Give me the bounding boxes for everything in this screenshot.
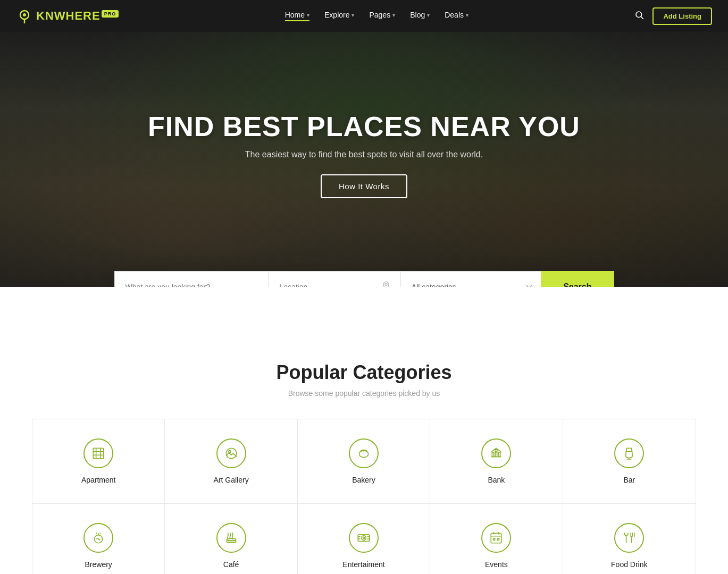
art-gallery-icon <box>216 438 246 468</box>
svg-point-30 <box>363 537 364 538</box>
svg-point-10 <box>226 448 237 459</box>
location-pin-icon <box>382 281 390 287</box>
categories-grid: Apartment Art Gallery Bakery Bank <box>32 419 696 574</box>
hero-title: FIND BEST PLACES NEAR YOU <box>148 111 580 142</box>
category-label-food-drink: Food Drink <box>611 560 647 569</box>
food-drink-icon <box>614 523 644 553</box>
logo-text: KNWHEREPRO <box>36 9 119 23</box>
search-category-select[interactable]: All categories Apartment Art Gallery Bak… <box>400 271 541 287</box>
nav-item-pages[interactable]: Pages▾ <box>369 11 395 21</box>
hero-subtitle: The easiest way to find the best spots t… <box>148 150 580 159</box>
add-listing-button[interactable]: Add Listing <box>652 7 712 25</box>
category-label-bakery: Bakery <box>352 476 375 484</box>
category-label-bar: Bar <box>623 476 635 484</box>
bar-icon <box>614 438 644 468</box>
popular-categories-section: Popular Categories Browse some popular c… <box>0 330 728 574</box>
category-label-apartment: Apartment <box>81 476 116 484</box>
category-entertainment[interactable]: Entertaiment <box>298 504 430 574</box>
category-label-cafe: Café <box>223 560 239 569</box>
header-right: Add Listing <box>634 7 712 25</box>
apartment-icon <box>83 438 113 468</box>
svg-line-3 <box>641 16 643 19</box>
svg-point-27 <box>227 538 236 541</box>
svg-rect-5 <box>93 448 104 459</box>
svg-point-29 <box>362 536 366 541</box>
category-label-events: Events <box>485 560 508 569</box>
category-apartment[interactable]: Apartment <box>32 419 165 504</box>
cafe-icon <box>216 523 246 553</box>
logo-pro-badge: PRO <box>102 10 119 18</box>
category-food-drink[interactable]: Food Drink <box>563 504 696 574</box>
category-label-brewery: Brewery <box>85 560 112 569</box>
category-label-art-gallery: Art Gallery <box>214 476 249 484</box>
search-button[interactable]: Search <box>541 271 614 287</box>
header-search-icon[interactable] <box>634 10 644 22</box>
nav-item-home[interactable]: Home▾ <box>285 11 309 21</box>
category-bank[interactable]: Bank <box>430 419 563 504</box>
svg-point-1 <box>23 13 26 16</box>
header: KNWHEREPRO Home▾ Explore▾ Pages▾ Blog▾ D… <box>0 0 728 32</box>
category-cafe[interactable]: Café <box>165 504 297 574</box>
search-location-input[interactable] <box>279 283 378 287</box>
svg-rect-16 <box>499 452 500 457</box>
svg-rect-39 <box>493 538 495 540</box>
nav-item-explore[interactable]: Explore▾ <box>324 11 354 21</box>
popular-categories-subtitle: Browse some popular categories picked by… <box>32 389 696 398</box>
category-label-entertainment: Entertaiment <box>342 560 384 569</box>
svg-point-18 <box>495 449 497 451</box>
svg-rect-40 <box>498 538 499 540</box>
hero-section: FIND BEST PLACES NEAR YOU The easiest wa… <box>0 32 728 287</box>
entertainment-icon <box>349 523 379 553</box>
category-art-gallery[interactable]: Art Gallery <box>165 419 297 504</box>
brewery-icon <box>83 523 113 553</box>
search-location-wrapper <box>268 271 400 287</box>
main-nav: Home▾ Explore▾ Pages▾ Blog▾ Deals▾ <box>285 11 468 21</box>
events-icon <box>481 523 511 553</box>
category-bar[interactable]: Bar <box>563 419 696 504</box>
category-label-bank: Bank <box>488 476 505 484</box>
nav-item-blog[interactable]: Blog▾ <box>410 11 430 21</box>
popular-categories-title: Popular Categories <box>32 361 696 384</box>
bank-icon <box>481 438 511 468</box>
logo-icon <box>16 7 33 24</box>
svg-point-4 <box>385 283 387 285</box>
svg-rect-15 <box>496 452 497 457</box>
svg-rect-14 <box>492 452 494 457</box>
logo[interactable]: KNWHEREPRO <box>16 7 119 24</box>
hero-content: FIND BEST PLACES NEAR YOU The easiest wa… <box>137 111 591 198</box>
category-bakery[interactable]: Bakery <box>298 419 430 504</box>
search-what-input[interactable] <box>114 271 269 287</box>
nav-item-deals[interactable]: Deals▾ <box>445 11 468 21</box>
search-bar: All categories Apartment Art Gallery Bak… <box>114 271 614 287</box>
how-it-works-button[interactable]: How It Works <box>321 174 407 198</box>
category-events[interactable]: Events <box>430 504 563 574</box>
svg-rect-35 <box>491 533 502 543</box>
bakery-icon <box>349 438 379 468</box>
category-brewery[interactable]: Brewery <box>32 504 165 574</box>
